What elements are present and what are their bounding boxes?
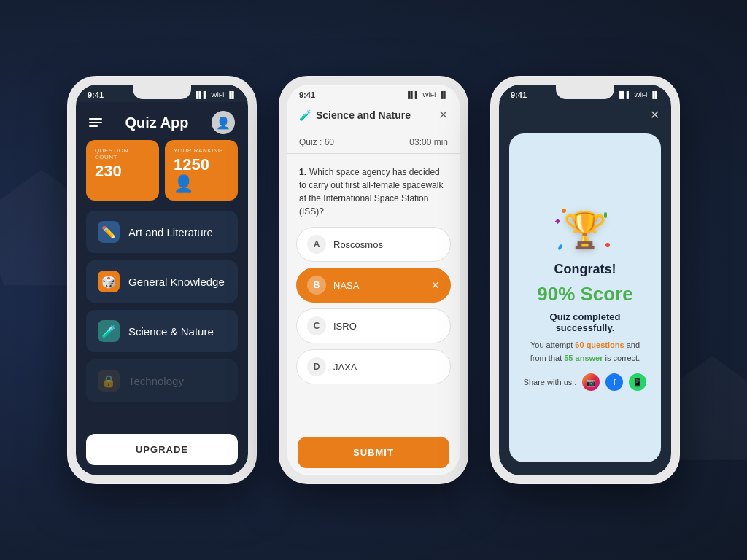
notch-2 [344, 85, 403, 99]
notch-3 [556, 85, 614, 99]
wifi-icon: WiFi [211, 91, 224, 98]
status-icons-1: ▐▌▌ WiFi ▐▌ [194, 91, 236, 98]
app-title: Quiz App [125, 114, 188, 131]
question-text: 1.Which space agency has decided to carr… [299, 166, 448, 218]
battery-icon: ▐▌ [227, 91, 236, 98]
quiz-header-left: 🧪 Science and Nature [299, 109, 411, 121]
wifi-icon-2: WiFi [422, 91, 436, 98]
avatar[interactable]: 👤 [212, 111, 235, 134]
science-icon: 🧪 [98, 320, 120, 342]
question-count-value: 230 [95, 162, 150, 181]
congrats-text: Congrats! [554, 262, 616, 277]
quiz-timer: 03:00 min [409, 137, 448, 147]
notch-1 [133, 85, 191, 99]
question-number: 1. [299, 167, 306, 177]
question-count-box: Question Count 230 [86, 140, 159, 201]
flask-icon: 🧪 [299, 109, 311, 121]
close-button-3[interactable]: ✕ [650, 108, 659, 122]
instagram-button[interactable]: 📷 [582, 373, 600, 391]
signal-icon-2: ▐▌▌ [406, 91, 419, 98]
share-row: Share with us : 📷 f 📱 [524, 373, 647, 391]
question-count-label: Question Count [95, 147, 150, 160]
submit-button[interactable]: SUBMIT [298, 437, 449, 468]
option-d-text: JAXA [333, 362, 357, 373]
options-list: A Roscosmos B NASA ✕ C ISRO D JAXA [287, 227, 460, 427]
status-icons-2: ▐▌▌ WiFi ▐▌ [406, 91, 448, 98]
trophy-icon: 🏆 [563, 210, 607, 251]
share-label: Share with us : [524, 378, 577, 386]
knowledge-category-name: General Knowledge [128, 276, 225, 288]
option-c-letter: C [307, 316, 326, 335]
signal-icon-3: ▐▌▌ [617, 91, 631, 98]
close-button-2[interactable]: ✕ [438, 108, 448, 122]
result-header: ✕ [499, 102, 671, 128]
science-category-name: Science & Nature [128, 325, 214, 338]
time-2: 9:41 [299, 90, 315, 99]
tech-category-name: Technology [128, 375, 184, 387]
quiz-category-title: Science and Nature [316, 109, 411, 121]
hamburger-icon[interactable] [89, 118, 102, 127]
art-category-name: Art and Literature [128, 226, 213, 238]
submit-area: SUBMIT [287, 427, 460, 475]
option-d[interactable]: D JAXA [296, 349, 451, 384]
success-text: Quiz completed successfully. [521, 311, 649, 333]
option-a-text: Roscosmos [333, 239, 383, 250]
phone-2: 9:41 ▐▌▌ WiFi ▐▌ 🧪 Science and Nature ✕ … [279, 76, 468, 484]
option-a[interactable]: A Roscosmos [296, 227, 451, 262]
option-b-letter: B [307, 276, 326, 295]
option-b[interactable]: B NASA ✕ [296, 268, 451, 303]
whatsapp-button[interactable]: 📱 [629, 373, 646, 391]
ranking-value: 1250 👤 [174, 155, 229, 193]
phones-container: 9:41 ▐▌▌ WiFi ▐▌ Quiz App 👤 Question Cou… [67, 76, 680, 484]
category-general-knowledge[interactable]: 🎲 General Knowledge [86, 260, 238, 303]
battery-icon-3: ▐▌ [650, 91, 659, 98]
quiz-header: 🧪 Science and Nature ✕ [287, 102, 460, 131]
app-header: Quiz App 👤 [76, 102, 248, 140]
category-technology: 🔒 Technology [86, 359, 238, 402]
result-card: 🏆 Congrats! 90% Score Quiz completed suc… [509, 133, 661, 462]
phone-1: 9:41 ▐▌▌ WiFi ▐▌ Quiz App 👤 Question Cou… [67, 76, 257, 484]
score-text: 90% Score [537, 283, 633, 306]
art-icon: ✏️ [98, 221, 120, 243]
time-3: 9:41 [511, 90, 527, 99]
trophy-area: 🏆 [556, 205, 614, 256]
phone-3: 9:41 ▐▌▌ WiFi ▐▌ ✕ [490, 76, 680, 484]
option-a-letter: A [307, 235, 326, 254]
signal-icon: ▐▌▌ [194, 91, 208, 98]
status-icons-3: ▐▌▌ WiFi ▐▌ [617, 91, 659, 98]
time-1: 9:41 [88, 90, 104, 99]
option-c[interactable]: C ISRO [296, 308, 451, 343]
option-b-deselect[interactable]: ✕ [431, 279, 440, 291]
category-list: ✏️ Art and Literature 🎲 General Knowledg… [76, 211, 248, 424]
ranking-box: Your Ranking 1250 👤 [165, 140, 238, 201]
category-art-literature[interactable]: ✏️ Art and Literature [86, 211, 238, 253]
ranking-label: Your Ranking [174, 147, 229, 154]
lock-icon: 🔒 [98, 370, 120, 392]
option-d-letter: D [307, 357, 326, 376]
option-b-text: NASA [333, 280, 359, 291]
knowledge-icon: 🎲 [98, 271, 120, 292]
quiz-count: Quiz : 60 [299, 137, 334, 147]
option-c-text: ISRO [333, 321, 357, 332]
wifi-icon-3: WiFi [634, 91, 647, 98]
battery-icon-2: ▐▌ [438, 91, 448, 98]
question-area: 1.Which space agency has decided to carr… [287, 160, 460, 227]
facebook-button[interactable]: f [605, 373, 623, 391]
category-science-nature[interactable]: 🧪 Science & Nature [86, 310, 238, 352]
upgrade-button[interactable]: UPGRADE [86, 434, 238, 465]
quiz-meta: Quiz : 60 03:00 min [287, 131, 460, 154]
stats-row: Question Count 230 Your Ranking 1250 👤 [76, 140, 248, 211]
attempt-description: You attempt 60 questions and from that 5… [530, 339, 640, 365]
